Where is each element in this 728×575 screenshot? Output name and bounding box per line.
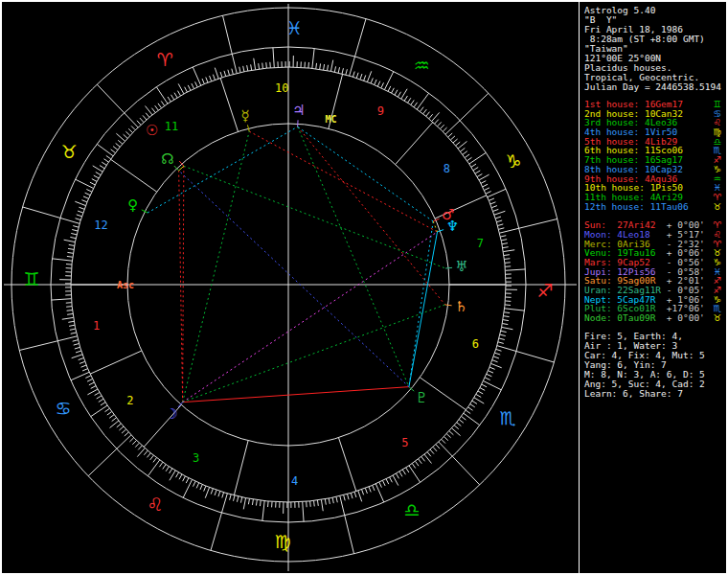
aspect-moon-node <box>179 171 183 402</box>
aspect-mars-jupiter <box>298 126 434 221</box>
house-number-6: 6 <box>472 337 479 351</box>
sign-glyph-cap: ♑ <box>506 150 522 172</box>
aspect-venus-jupiter <box>148 126 298 213</box>
aspect-moon-pluto <box>183 387 409 402</box>
planet-glyph-moon: ☽ <box>166 405 178 423</box>
house-number-8: 8 <box>444 162 450 175</box>
house-number-11: 11 <box>165 120 178 133</box>
house-number-2: 2 <box>126 394 133 407</box>
sign-glyph-tau: ♉ <box>713 202 721 212</box>
sign-glyph-leo: ♌ <box>147 494 163 515</box>
sign-glyph-sco: ♏ <box>500 407 516 428</box>
house-row-12: 12th house: 11Tau06♉ <box>584 202 724 212</box>
aspect-neptune-pluto <box>409 232 438 387</box>
natal-chart-wheel: ♈♉♊♋♌♍♎♏♐♑♒♓123456789101112☉☽☿♀♂♃♄♅♆♇☊As… <box>2 2 579 573</box>
sign-glyph-can: ♋ <box>55 398 71 419</box>
sign-glyph-tau: ♉ <box>713 313 721 323</box>
chart-header: Astrolog 5.40"B Y"Fri April 18, 1986 8:2… <box>584 6 724 92</box>
sign-glyph-vir: ♍ <box>274 531 290 552</box>
planet-degree-markers <box>142 120 452 407</box>
angle-label-asc: Asc <box>117 280 134 290</box>
house-cusp-table: 1st house: 16Gem17♊2nd house: 10Can32♋3r… <box>584 100 724 211</box>
planet-glyphs: ☉☽☿♀♂♃♄♅♆♇☊ <box>127 102 467 423</box>
aspect-moon-neptune <box>183 232 438 402</box>
aspect-jupiter-saturn <box>298 126 445 305</box>
planet-glyph-neptune: ♆ <box>446 218 459 235</box>
info-sidebar: Astrolog 5.40"B Y"Fri April 18, 1986 8:2… <box>579 2 726 573</box>
planet-glyph-mercury: ☿ <box>240 107 249 125</box>
sign-glyph-ari: ♈ <box>157 49 173 70</box>
planet-glyph-jupiter: ♃ <box>292 102 305 119</box>
planet-glyph-saturn: ♄ <box>455 298 467 315</box>
house-cusp-text: 12th house: 11Tau06 <box>584 202 689 212</box>
element-stats: Fire: 5, Earth: 4,Air : 1, Water: 3Car: … <box>584 332 724 399</box>
header-line-9: Julian Day = 2446538.5194 <box>584 82 724 92</box>
planet-glyph-node: ☊ <box>161 150 173 168</box>
house-number-10: 10 <box>275 81 288 95</box>
stats-line-7: Learn: 6, Share: 7 <box>584 389 724 399</box>
aspect-mercury-neptune <box>249 131 437 232</box>
planet-position-table: Sun: 27Ari42 + 0°00'♈Moon: 4Leo18 + 5°17… <box>584 220 724 323</box>
sign-glyph-lib: ♎ <box>403 499 420 520</box>
astrolog-window: ♈♉♊♋♌♍♎♏♐♑♒♓123456789101112☉☽☿♀♂♃♄♅♆♇☊As… <box>0 0 728 575</box>
aspect-sun-node <box>179 166 184 171</box>
house-number-12: 12 <box>94 218 107 232</box>
house-number-3: 3 <box>193 451 199 465</box>
sign-glyph-aqu: ♒ <box>414 55 430 76</box>
sign-glyph-gem: ♊ <box>24 268 40 289</box>
planet-row-node: Node: 0Tau09R + 0°00'♉ <box>584 313 724 323</box>
sign-glyph-pis: ♓ <box>285 17 302 38</box>
chart-wheel-area[interactable]: ♈♉♊♋♌♍♎♏♐♑♒♓123456789101112☉☽☿♀♂♃♄♅♆♇☊As… <box>2 2 579 573</box>
sign-glyph-tau: ♉ <box>60 141 77 162</box>
planet-glyph-pluto: ♇ <box>415 389 427 406</box>
planet-latitude-text: + 0°00' <box>667 313 705 323</box>
house-number-7: 7 <box>477 237 484 250</box>
planet-position-text: Node: 0Tau09R <box>584 313 667 323</box>
sign-glyph-sag: ♐ <box>536 280 553 301</box>
aspect-pluto-node <box>179 171 409 387</box>
aspect-sun-moon <box>183 166 184 402</box>
aspect-moon-mercury <box>183 131 250 402</box>
house-number-5: 5 <box>401 436 408 449</box>
planet-glyph-uranus: ♅ <box>455 258 467 275</box>
house-number-4: 4 <box>291 474 298 488</box>
axis-lines <box>4 4 577 571</box>
planet-glyph-venus: ♀ <box>127 196 138 214</box>
planet-glyph-sun: ☉ <box>146 122 158 139</box>
house-number-9: 9 <box>377 104 384 118</box>
house-number-1: 1 <box>93 319 100 333</box>
angle-label-mc: MC <box>325 114 336 125</box>
aspect-lines <box>148 126 445 402</box>
aspect-moon-saturn <box>183 305 445 402</box>
